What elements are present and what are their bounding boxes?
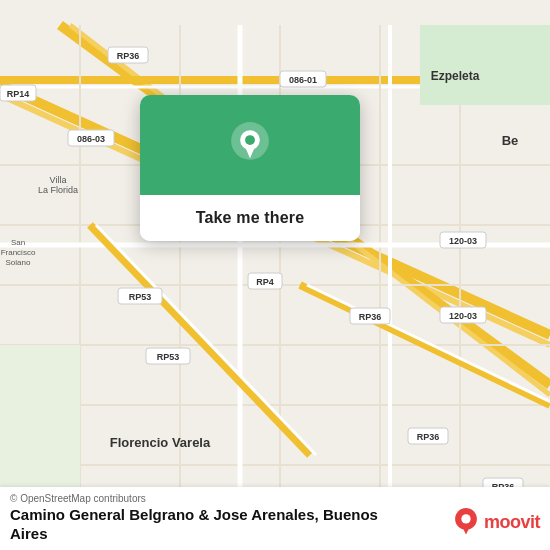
svg-text:RP36: RP36 — [359, 312, 382, 322]
popup-green-area — [140, 95, 360, 195]
bottom-bar: © OpenStreetMap contributors Camino Gene… — [0, 487, 550, 550]
svg-text:086-01: 086-01 — [289, 75, 317, 85]
svg-text:RP36: RP36 — [117, 51, 140, 61]
svg-point-62 — [245, 135, 255, 145]
svg-text:120-03: 120-03 — [449, 311, 477, 321]
svg-text:RP4: RP4 — [256, 277, 274, 287]
moovit-icon — [452, 508, 480, 536]
svg-text:Ezpeleta: Ezpeleta — [431, 69, 480, 83]
svg-text:Florencio Varela: Florencio Varela — [110, 435, 211, 450]
svg-text:Solano: Solano — [6, 258, 31, 267]
popup-card: Take me there — [140, 95, 360, 241]
location-pin-icon — [227, 122, 273, 168]
svg-text:Francisco: Francisco — [1, 248, 36, 257]
svg-text:RP53: RP53 — [157, 352, 180, 362]
svg-text:Villa: Villa — [50, 175, 67, 185]
svg-text:La Florida: La Florida — [38, 185, 78, 195]
svg-rect-26 — [0, 345, 80, 505]
svg-text:120-03: 120-03 — [449, 236, 477, 246]
svg-marker-66 — [461, 525, 470, 534]
moovit-text: moovit — [484, 512, 540, 533]
map-container: RP36 RP14 086-01 086-03 Ezpeleta Be Vill… — [0, 0, 550, 550]
moovit-logo: moovit — [452, 508, 540, 536]
svg-text:086-03: 086-03 — [77, 134, 105, 144]
svg-text:RP14: RP14 — [7, 89, 30, 99]
svg-text:Be: Be — [502, 133, 519, 148]
svg-text:San: San — [11, 238, 25, 247]
take-me-there-button[interactable]: Take me there — [140, 195, 360, 241]
svg-text:RP36: RP36 — [417, 432, 440, 442]
svg-text:RP53: RP53 — [129, 292, 152, 302]
map-attribution: © OpenStreetMap contributors — [10, 493, 540, 504]
map-svg: RP36 RP14 086-01 086-03 Ezpeleta Be Vill… — [0, 0, 550, 550]
svg-point-65 — [461, 514, 470, 523]
svg-rect-25 — [420, 25, 550, 105]
